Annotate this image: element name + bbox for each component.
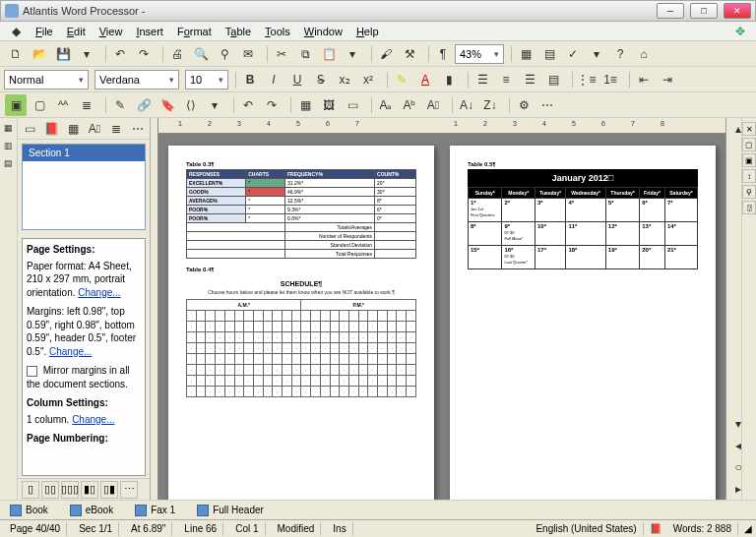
undo2-button[interactable]: ↶ (237, 94, 259, 116)
view-button-1[interactable]: ▦ (515, 43, 536, 65)
home-button[interactable]: ⌂ (633, 43, 655, 65)
subscript-button[interactable]: x₂ (334, 69, 355, 90)
redo-button[interactable]: ↷ (133, 43, 155, 65)
preview-button[interactable]: 🔍 (190, 43, 212, 65)
field-button[interactable]: ⟨⟩ (180, 94, 202, 116)
save-button[interactable]: 💾 (52, 43, 74, 65)
lt-2[interactable]: ▥ (1, 138, 17, 153)
spell-dropdown[interactable]: ▾ (586, 43, 607, 65)
bookmark-button[interactable]: 🔖 (157, 94, 178, 116)
sb-tab-1[interactable]: ▭ (21, 120, 38, 138)
more-tool[interactable]: ⋯ (536, 94, 558, 116)
tab-full-header[interactable]: Full Header (191, 503, 270, 518)
align-right-button[interactable]: ☰ (519, 69, 540, 90)
app-menu-icon[interactable]: ◆ (5, 21, 27, 42)
indent-button[interactable]: ⇥ (657, 69, 678, 90)
section-list[interactable]: Section 1 (22, 144, 146, 230)
lt-3[interactable]: ▤ (1, 155, 17, 171)
sb-tab-3[interactable]: ▦ (64, 120, 82, 138)
menu-edit[interactable]: Edit (61, 24, 92, 39)
box-button[interactable]: ▭ (342, 94, 363, 116)
horizontal-ruler[interactable]: 1234567 12345678 (158, 118, 725, 134)
shape-dropdown[interactable]: ▾ (204, 94, 225, 116)
spellcheck-button[interactable]: ✓ (562, 43, 584, 65)
menu-view[interactable]: View (94, 24, 129, 39)
change-paper-link[interactable]: Change... (78, 287, 120, 298)
lt-1[interactable]: ▦ (1, 120, 17, 136)
menu-window[interactable]: Window (298, 24, 348, 39)
rt-3[interactable]: ↕ (742, 169, 756, 183)
numbering-button[interactable]: 1≡ (599, 69, 621, 90)
bg-color-button[interactable]: ▮ (438, 69, 460, 90)
font-combo[interactable]: Verdana (94, 70, 179, 90)
expand-icon[interactable]: ✥ (729, 21, 751, 42)
sort-desc-button[interactable]: Z↓ (479, 94, 501, 116)
undo-button[interactable]: ↶ (109, 43, 131, 65)
copy-button[interactable]: ⧉ (294, 43, 316, 65)
misc-a[interactable]: Aₐ (375, 94, 397, 116)
paste-dropdown[interactable]: ▾ (342, 43, 363, 65)
redo2-button[interactable]: ↷ (261, 94, 283, 116)
menu-insert[interactable]: Insert (130, 24, 169, 39)
tab-fax[interactable]: Fax 1 (129, 503, 181, 518)
zoom-combo[interactable]: 43% (455, 44, 504, 64)
page-viewport[interactable]: Table 0.3¶ RESPONSESCHARTSFREQUENCY%COUN… (158, 134, 725, 500)
col-layout-4[interactable]: ▮▯ (81, 481, 98, 499)
table-button[interactable]: ▦ (294, 94, 316, 116)
generic-tool[interactable]: ⚙ (513, 94, 535, 116)
pilcrow-button[interactable]: ¶ (432, 43, 454, 65)
rt-2[interactable]: ▣ (742, 153, 756, 167)
style-combo[interactable]: Normal (4, 70, 89, 90)
picture-button[interactable]: 🖼 (318, 94, 340, 116)
sb-tab-2[interactable]: 📕 (42, 120, 60, 138)
align-left-button[interactable]: ☰ (472, 69, 493, 90)
open-button[interactable]: 📂 (29, 43, 50, 65)
print-button[interactable]: 🖨 (166, 43, 188, 65)
misc-b[interactable]: Aᵇ (399, 94, 420, 116)
change-columns-link[interactable]: Change... (72, 414, 114, 425)
col-layout-3[interactable]: ▯▯▯ (61, 481, 79, 499)
tool-button[interactable]: ⚒ (399, 43, 420, 65)
status-lang[interactable]: English (United States) (530, 522, 643, 536)
col-layout-more[interactable]: ⋯ (120, 481, 138, 499)
section-item[interactable]: Section 1 (23, 145, 145, 161)
col-layout-1[interactable]: ▯ (22, 481, 39, 499)
close-button[interactable]: ✕ (724, 3, 751, 19)
panel-toggle-button[interactable]: ▣ (5, 94, 27, 116)
misc-c[interactable]: Aͨ (422, 94, 444, 116)
new-button[interactable]: 🗋 (5, 43, 27, 65)
vertical-scrollbar[interactable]: ▴ ▾ ◂ ○ ▸ (725, 118, 741, 500)
mail-button[interactable]: ✉ (237, 43, 259, 65)
help-button[interactable]: ? (609, 43, 631, 65)
resize-grip-icon[interactable]: ◢ (744, 523, 752, 534)
font-color-button[interactable]: A (414, 69, 436, 90)
bullets-button[interactable]: ⋮≡ (576, 69, 598, 90)
tab-ebook[interactable]: eBook (64, 503, 119, 518)
rt-4[interactable]: ⚲ (742, 185, 756, 199)
find-button[interactable]: ⚲ (214, 43, 235, 65)
outdent-button[interactable]: ⇤ (633, 69, 655, 90)
align-justify-button[interactable]: ▤ (542, 69, 564, 90)
tab-book[interactable]: Book (4, 503, 54, 518)
panel-btn-4[interactable]: ≣ (76, 94, 97, 116)
panel-btn-3[interactable]: ᴬᴬ (52, 94, 74, 116)
col-layout-2[interactable]: ▯▯ (41, 481, 59, 499)
change-margins-link[interactable]: Change... (49, 346, 92, 357)
link-button[interactable]: 🔗 (133, 94, 155, 116)
panel-btn-2[interactable]: ▢ (29, 94, 50, 116)
menu-tools[interactable]: Tools (259, 24, 296, 39)
align-center-button[interactable]: ≡ (495, 69, 517, 90)
sb-tab-4[interactable]: Aͥ (86, 120, 103, 138)
cut-button[interactable]: ✂ (271, 43, 292, 65)
menu-file[interactable]: File (30, 24, 59, 39)
rt-close[interactable]: ✕ (742, 122, 756, 136)
bold-button[interactable]: B (239, 69, 261, 90)
size-combo[interactable]: 10 (185, 70, 228, 90)
maximize-button[interactable]: □ (690, 3, 718, 19)
sb-tab-6[interactable]: ⋯ (129, 120, 147, 138)
highlight-button[interactable]: ✎ (391, 69, 412, 90)
italic-button[interactable]: I (263, 69, 284, 90)
view-button-2[interactable]: ▤ (538, 43, 560, 65)
strike-button[interactable]: S̶ (310, 69, 332, 90)
save-dropdown[interactable]: ▾ (76, 43, 97, 65)
